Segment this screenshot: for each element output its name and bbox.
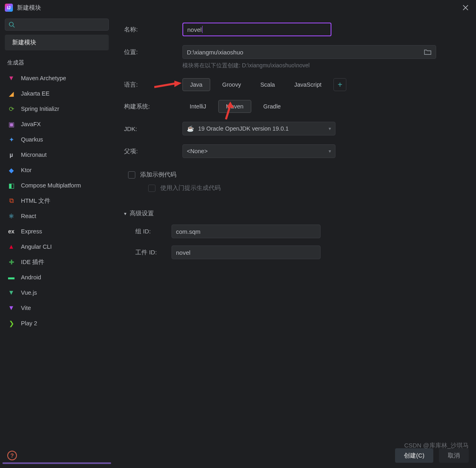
generator-icon: ⟳ xyxy=(7,105,15,113)
caret-icon xyxy=(202,26,203,33)
generator-icon: ▬ xyxy=(7,273,15,281)
language-option-java[interactable]: Java xyxy=(182,78,210,91)
generator-icon: ✚ xyxy=(7,258,15,266)
sidebar-item-label: Vite xyxy=(21,305,31,311)
generator-icon: ex xyxy=(7,227,15,235)
group-id-value: com.sqm xyxy=(176,228,201,235)
build-label: 构建系统: xyxy=(124,103,182,110)
language-option-scala[interactable]: Scala xyxy=(253,78,282,91)
cancel-button[interactable]: 取消 xyxy=(439,448,469,463)
sidebar-item-play-2[interactable]: ❯Play 2 xyxy=(3,316,110,331)
sidebar-item-vite[interactable]: ▼Vite xyxy=(3,300,110,316)
sidebar-item-maven-archetype[interactable]: ▼Maven Archetype xyxy=(3,71,110,86)
chevron-down-icon: ▾ xyxy=(329,148,331,154)
sidebar-item-label: Maven Archetype xyxy=(21,75,66,81)
add-language-button[interactable]: + xyxy=(333,78,346,91)
row-location: 位置: D:\xiangmu\xiaoshuo xyxy=(124,45,466,59)
sidebar-item-label: Compose Multiplatform xyxy=(21,182,81,189)
sidebar-item-ktor[interactable]: ◆Ktor xyxy=(3,162,110,178)
sidebar-item-spring-initializr[interactable]: ⟳Spring Initializr xyxy=(3,101,110,116)
sidebar-item-label: Play 2 xyxy=(21,320,37,327)
language-option-groovy[interactable]: Groovy xyxy=(215,78,248,91)
sidebar-scrollbar[interactable] xyxy=(2,462,111,464)
generator-icon: μ xyxy=(7,151,15,159)
sidebar-item-label: IDE 插件 xyxy=(21,258,44,266)
generator-icon: ▼ xyxy=(7,74,15,82)
titlebar: IJ 新建模块 xyxy=(0,0,476,15)
sidebar-item-label: HTML 文件 xyxy=(21,197,50,205)
sidebar-item-label: Spring Initializr xyxy=(21,106,59,112)
svg-point-0 xyxy=(9,22,13,26)
row-name: 名称: novel xyxy=(124,23,466,36)
build-option-intellij[interactable]: IntelliJ xyxy=(182,100,213,113)
build-option-maven[interactable]: Maven xyxy=(218,100,251,113)
name-input[interactable]: novel xyxy=(182,23,331,36)
sidebar-item-angular-cli[interactable]: ▲Angular CLI xyxy=(3,239,110,254)
create-button[interactable]: 创建(C) xyxy=(395,448,433,463)
sidebar-item-android[interactable]: ▬Android xyxy=(3,270,110,285)
java-icon: ☕ xyxy=(187,125,194,132)
parent-value: <None> xyxy=(187,148,208,154)
close-button[interactable] xyxy=(460,2,471,13)
group-id-input[interactable]: com.sqm xyxy=(172,225,321,238)
generator-icon: ✦ xyxy=(7,135,15,144)
location-input[interactable]: D:\xiangmu\xiaoshuo xyxy=(182,45,436,59)
name-value: novel xyxy=(187,26,202,33)
window-title: 新建模块 xyxy=(17,4,41,12)
generator-icon: ▼ xyxy=(7,304,15,312)
sidebar-item-html-[interactable]: ⧉HTML 文件 xyxy=(3,193,110,208)
sidebar-item-express[interactable]: exExpress xyxy=(3,224,110,239)
build-option-gradle[interactable]: Gradle xyxy=(256,100,288,113)
sidebar-item-jakarta-ee[interactable]: ◢Jakarta EE xyxy=(3,86,110,101)
sidebar-group-header: 生成器 xyxy=(3,58,110,71)
help-button[interactable]: ? xyxy=(7,451,17,460)
name-label: 名称: xyxy=(124,26,182,33)
group-id-label: 组 ID: xyxy=(135,228,172,235)
search-input[interactable] xyxy=(5,19,109,31)
generator-icon: ▣ xyxy=(7,120,15,128)
sidebar-item-label: Ktor xyxy=(21,167,32,173)
sidebar-item-vue-js[interactable]: ▼Vue.js xyxy=(3,285,110,300)
sidebar-item-label: JavaFX xyxy=(21,121,41,127)
search-icon xyxy=(8,21,15,28)
sidebar-item-javafx[interactable]: ▣JavaFX xyxy=(3,116,110,132)
generator-icon: ◆ xyxy=(7,166,15,174)
folder-icon[interactable] xyxy=(424,48,432,56)
sidebar-item-ide-[interactable]: ✚IDE 插件 xyxy=(3,254,110,270)
parent-dropdown[interactable]: <None> ▾ xyxy=(182,144,335,158)
help-icon: ? xyxy=(10,452,14,459)
row-artifact-id: 工件 ID: novel xyxy=(135,245,466,259)
row-jdk: JDK: ☕ 19 Oracle OpenJDK version 19.0.1 … xyxy=(124,122,466,135)
artifact-id-input[interactable]: novel xyxy=(172,245,321,259)
plus-icon: + xyxy=(338,80,343,89)
sidebar-item-micronaut[interactable]: μMicronaut xyxy=(3,147,110,162)
jdk-label: JDK: xyxy=(124,125,182,132)
language-option-javascript[interactable]: JavaScript xyxy=(287,78,329,91)
artifact-id-value: novel xyxy=(176,249,190,256)
close-icon xyxy=(463,5,468,10)
sidebar-item-label: Vue.js xyxy=(21,289,37,296)
add-sample-label: 添加示例代码 xyxy=(140,171,176,179)
row-group-id: 组 ID: com.sqm xyxy=(135,225,466,238)
generator-icon: ▲ xyxy=(7,243,15,251)
location-hint: 模块将在以下位置创建: D:\xiangmu\xiaoshuo\novel xyxy=(182,62,466,69)
chevron-down-icon: ▾ xyxy=(329,126,331,131)
advanced-label: 高级设置 xyxy=(130,210,154,217)
sidebar-item-quarkus[interactable]: ✦Quarkus xyxy=(3,132,110,147)
sidebar-item-compose-multiplatform[interactable]: ◧Compose Multiplatform xyxy=(3,178,110,193)
jdk-dropdown[interactable]: ☕ 19 Oracle OpenJDK version 19.0.1 ▾ xyxy=(182,122,335,135)
sidebar-item-new-module[interactable]: 新建模块 xyxy=(5,35,109,50)
generator-icon: ⚛ xyxy=(7,212,15,220)
row-build-system: 构建系统: IntelliJMavenGradle xyxy=(124,100,466,113)
sidebar-item-label: Android xyxy=(21,274,41,281)
sidebar-item-label: Express xyxy=(21,228,42,235)
sidebar-item-react[interactable]: ⚛React xyxy=(3,208,110,224)
sidebar-item-label: Jakarta EE xyxy=(21,90,50,97)
location-value: D:\xiangmu\xiaoshuo xyxy=(187,49,243,56)
checkbox-add-sample[interactable]: 添加示例代码 xyxy=(128,171,466,179)
watermark: CSDN @库库林_沙琪马 xyxy=(404,442,469,449)
build-buttons: IntelliJMavenGradle xyxy=(182,100,288,113)
row-parent: 父项: <None> ▾ xyxy=(124,144,466,158)
advanced-toggle[interactable]: ▾ 高级设置 xyxy=(124,210,466,217)
chevron-down-icon: ▾ xyxy=(124,211,126,216)
